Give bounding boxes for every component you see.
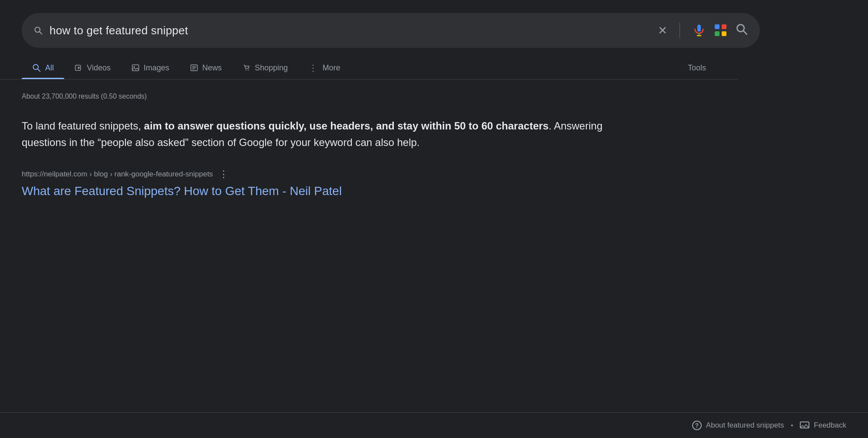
source-options-icon[interactable]: ⋮ (219, 169, 228, 180)
google-search-icon (34, 26, 43, 35)
tab-all[interactable]: All (22, 57, 64, 79)
about-icon: ? (692, 421, 702, 430)
about-icon-char: ? (695, 422, 699, 429)
tab-images-label: Images (144, 63, 169, 73)
clear-icon[interactable]: ✕ (658, 24, 667, 37)
tab-shopping[interactable]: Shopping (232, 57, 298, 79)
footer-dot: • (791, 422, 793, 429)
tab-videos[interactable]: Videos (64, 57, 121, 79)
search-bar-icons: ✕ (658, 23, 748, 39)
shopping-tab-icon (243, 64, 251, 72)
news-tab-icon (190, 64, 198, 72)
about-label: About featured snippets (706, 421, 784, 430)
search-bar-container: how to get featured snippet ✕ (0, 0, 868, 48)
snippet-text-before: To land featured snippets, (22, 120, 144, 132)
mic-icon[interactable] (692, 23, 706, 37)
tab-all-label: All (45, 63, 54, 73)
feedback-label: Feedback (814, 421, 846, 430)
lens-sq-green (715, 31, 719, 36)
source-url-text: https://neilpatel.com › blog › rank-goog… (22, 170, 213, 179)
footer-bar: ? About featured snippets • Feedback (0, 412, 868, 438)
svg-point-18 (248, 70, 248, 70)
featured-snippet-text: To land featured snippets, aim to answer… (22, 118, 630, 151)
svg-point-12 (133, 66, 135, 67)
tab-tools-label: Tools (688, 63, 706, 73)
nav-tabs: All Videos Images News (0, 48, 738, 80)
tab-more[interactable]: ⋮ More (298, 56, 351, 79)
lens-sq-red (722, 24, 726, 29)
lens-sq-blue (715, 24, 719, 29)
divider (680, 23, 680, 38)
source-url: https://neilpatel.com › blog › rank-goog… (22, 169, 716, 180)
feedback-button[interactable]: Feedback (800, 421, 846, 430)
lens-sq-yellow (722, 31, 726, 36)
result-title-link[interactable]: What are Featured Snippets? How to Get T… (22, 184, 342, 198)
svg-line-1 (40, 32, 42, 34)
svg-line-8 (38, 69, 40, 71)
more-tab-icon: ⋮ (309, 63, 318, 73)
images-tab-icon (132, 64, 139, 72)
lens-icon[interactable] (715, 24, 727, 36)
search-button[interactable] (736, 23, 748, 39)
main-content: About 23,700,000 results (0.50 seconds) … (0, 80, 738, 198)
about-featured-snippets[interactable]: ? About featured snippets (692, 421, 784, 430)
tab-tools[interactable]: Tools (677, 57, 716, 79)
tab-images[interactable]: Images (121, 57, 180, 79)
search-input[interactable]: how to get featured snippet (50, 24, 651, 37)
search-bar: how to get featured snippet ✕ (22, 13, 760, 48)
feedback-icon (800, 421, 809, 429)
svg-rect-19 (800, 422, 809, 428)
svg-marker-10 (78, 66, 80, 69)
videos-tab-icon (75, 64, 83, 72)
svg-point-17 (245, 70, 246, 70)
results-count: About 23,700,000 results (0.50 seconds) (22, 93, 716, 100)
svg-line-6 (743, 31, 747, 34)
tab-news-label: News (202, 63, 222, 73)
all-tab-icon (32, 63, 41, 72)
tab-videos-label: Videos (87, 63, 111, 73)
svg-rect-2 (697, 25, 701, 32)
tab-news[interactable]: News (180, 57, 232, 79)
tab-shopping-label: Shopping (255, 63, 288, 73)
svg-rect-11 (132, 65, 139, 71)
tab-more-label: More (323, 63, 340, 73)
snippet-text-bold: aim to answer questions quickly, use hea… (144, 120, 549, 132)
